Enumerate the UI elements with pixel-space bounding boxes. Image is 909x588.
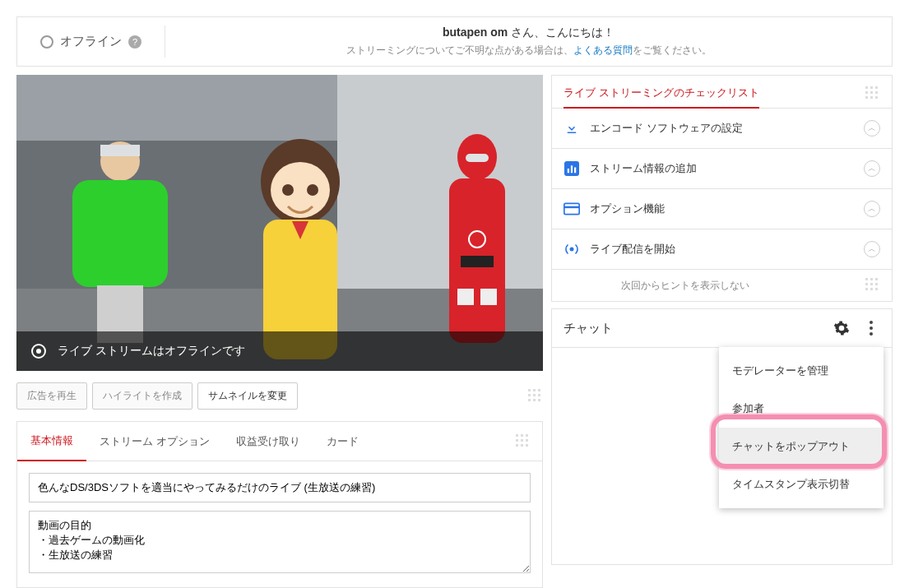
chevron-up-icon[interactable]: ︿ xyxy=(864,241,880,257)
chat-options-menu: モデレーターを管理 参加者 チャットをポップアウト タイムスタンプ表示切替 xyxy=(719,347,883,508)
checklist-label: ストリーム情報の追加 xyxy=(590,161,697,176)
status-box: オフライン ? xyxy=(17,25,165,58)
welcome-sub: ストリーミングについてご不明な点がある場合は、よくある質問をご覧ください。 xyxy=(165,44,892,58)
gear-icon[interactable] xyxy=(832,319,851,337)
svg-rect-23 xyxy=(574,168,576,174)
tab-basic[interactable]: 基本情報 xyxy=(17,422,86,461)
svg-point-10 xyxy=(282,184,294,196)
svg-rect-6 xyxy=(72,180,168,287)
svg-rect-14 xyxy=(466,154,489,162)
stream-description-textarea[interactable]: 動画の目的 ・過去ゲームの動画化 ・生放送の練習 xyxy=(29,511,531,573)
checklist-head: ライブ ストリーミングのチェックリスト xyxy=(552,76,892,109)
tab-monetization[interactable]: 収益受け取り xyxy=(223,423,313,461)
checklist-item-go-live[interactable]: ライブ配信を開始 ︿ xyxy=(552,229,892,270)
svg-rect-22 xyxy=(571,165,573,173)
tab-stream-options[interactable]: ストリーム オプション xyxy=(86,423,223,461)
video-preview[interactable]: ライブ ストリームはオフラインです xyxy=(16,75,543,371)
faq-link[interactable]: よくある質問 xyxy=(573,44,633,56)
chevron-up-icon[interactable]: ︿ xyxy=(864,201,880,217)
create-highlight-button[interactable]: ハイライトを作成 xyxy=(92,382,192,410)
tabs-head: 基本情報 ストリーム オプション 収益受け取り カード xyxy=(17,422,542,461)
menu-item-moderators[interactable]: モデレーターを管理 xyxy=(719,352,883,390)
broadcast-icon xyxy=(563,241,580,257)
checklist-item-stream-info[interactable]: ストリーム情報の追加 ︿ xyxy=(552,149,892,189)
live-status-icon xyxy=(31,344,46,359)
drag-handle-icon[interactable] xyxy=(516,434,531,449)
chevron-up-icon[interactable]: ︿ xyxy=(864,160,880,177)
menu-item-timestamp-toggle[interactable]: タイムスタンプ表示切替 xyxy=(719,465,883,503)
content-row: ライブ ストリームはオフラインです 広告を再生 ハイライトを作成 サムネイルを変… xyxy=(16,75,893,588)
more-vert-icon[interactable] xyxy=(862,319,880,337)
svg-point-26 xyxy=(570,248,574,252)
replay-ads-button[interactable]: 広告を再生 xyxy=(16,382,87,410)
welcome-suffix: さん、こんにちは！ xyxy=(508,25,615,39)
download-icon xyxy=(563,120,580,137)
checklist-item-options[interactable]: オプション機能 ︿ xyxy=(552,189,892,229)
column-left: ライブ ストリームはオフラインです 広告を再生 ハイライトを作成 サムネイルを変… xyxy=(16,75,543,588)
drag-handle-icon[interactable] xyxy=(865,278,880,293)
bars-icon xyxy=(563,160,580,177)
change-thumbnail-button[interactable]: サムネイルを変更 xyxy=(197,382,298,410)
chat-panel: チャット モデレーターを管理 参加者 チャットをポップアウト タイムスタンプ表示… xyxy=(551,308,893,565)
checklist-label: オプション機能 xyxy=(590,201,665,216)
settings-card: 基本情報 ストリーム オプション 収益受け取り カード 動画の目的 ・過去ゲーム… xyxy=(16,421,543,588)
sub-prefix: ストリーミングについてご不明な点がある場合は、 xyxy=(346,44,573,56)
svg-rect-19 xyxy=(480,289,497,305)
svg-point-9 xyxy=(271,162,330,218)
sub-suffix: をご覧ください。 xyxy=(633,44,712,56)
chat-actions xyxy=(832,319,880,337)
drag-handle-icon[interactable] xyxy=(865,86,880,101)
checklist-label: エンコード ソフトウェアの設定 xyxy=(590,121,743,136)
tabs-body: 動画の目的 ・過去ゲームの動画化 ・生放送の練習 xyxy=(17,461,542,587)
checklist-label: ライブ配信を開始 xyxy=(590,242,675,257)
svg-rect-25 xyxy=(564,206,579,209)
menu-item-participants[interactable]: 参加者 xyxy=(719,390,883,428)
chevron-up-icon[interactable]: ︿ xyxy=(864,120,880,137)
chat-title: チャット xyxy=(563,321,613,336)
checklist-item-encoder[interactable]: エンコード ソフトウェアの設定 ︿ xyxy=(552,109,892,149)
thumbnail-illustration xyxy=(16,75,543,371)
checklist-panel: ライブ ストリーミングのチェックリスト エンコード ソフトウェアの設定 ︿ スト… xyxy=(551,75,893,302)
header-band: オフライン ? butapen om さん、こんにちは！ ストリーミングについて… xyxy=(16,16,893,67)
video-overlay-bar: ライブ ストリームはオフラインです xyxy=(16,331,543,371)
chat-head: チャット xyxy=(552,309,892,348)
svg-rect-21 xyxy=(568,169,569,173)
drag-handle-icon[interactable] xyxy=(528,389,543,404)
video-action-row: 広告を再生 ハイライトを作成 サムネイルを変更 xyxy=(16,371,543,421)
username: butapen om xyxy=(443,25,508,39)
checklist-hint-row: 次回からヒントを表示しない xyxy=(552,270,892,301)
card-icon xyxy=(563,201,580,217)
svg-rect-16 xyxy=(461,256,494,267)
welcome-message: butapen om さん、こんにちは！ xyxy=(165,25,892,40)
svg-rect-18 xyxy=(457,289,474,305)
svg-point-11 xyxy=(307,184,318,196)
overlay-text: ライブ ストリームはオフラインです xyxy=(58,344,245,359)
tab-cards[interactable]: カード xyxy=(313,423,372,461)
svg-rect-5 xyxy=(100,145,140,156)
svg-rect-24 xyxy=(564,203,579,214)
menu-item-popout-chat[interactable]: チャットをポップアウト xyxy=(719,428,883,465)
stream-title-input[interactable] xyxy=(29,473,531,502)
checklist-title: ライブ ストリーミングのチェックリスト xyxy=(563,86,759,109)
help-icon[interactable]: ? xyxy=(128,35,141,49)
column-right: ライブ ストリーミングのチェックリスト エンコード ソフトウェアの設定 ︿ スト… xyxy=(551,75,893,588)
welcome-box: butapen om さん、こんにちは！ ストリーミングについてご不明な点がある… xyxy=(165,25,892,58)
status-dot-icon xyxy=(40,35,53,49)
status-label: オフライン xyxy=(60,34,122,49)
checklist-hint[interactable]: 次回からヒントを表示しない xyxy=(621,279,749,293)
